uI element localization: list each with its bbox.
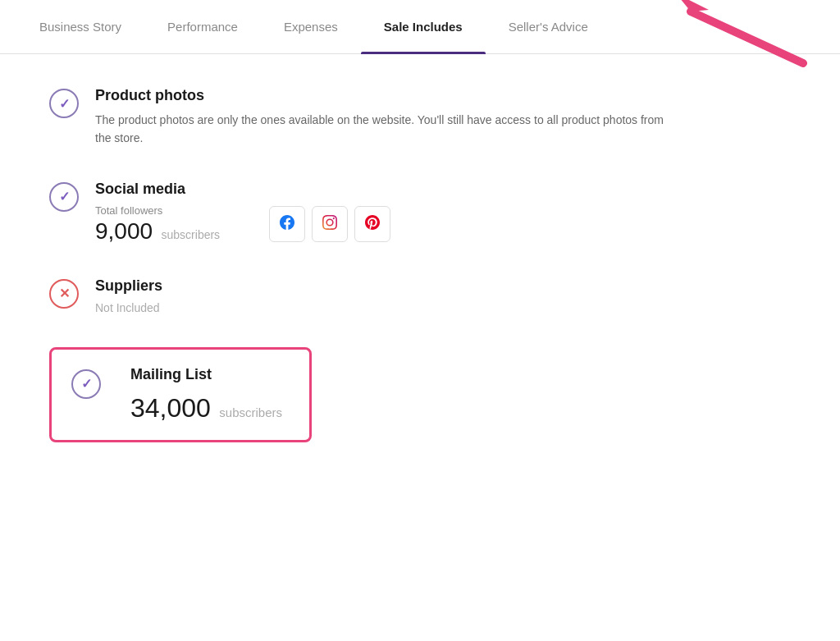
- product-photos-section: ✓ Product photos The product photos are …: [49, 87, 791, 148]
- main-content: ✓ Product photos The product photos are …: [0, 54, 840, 475]
- tab-navigation: Business Story Performance Expenses Sale…: [0, 0, 840, 54]
- mailing-list-count: 34,000: [130, 393, 211, 423]
- instagram-icon: [322, 215, 337, 234]
- suppliers-title: Suppliers: [95, 277, 791, 295]
- facebook-icon: [280, 215, 294, 234]
- mailing-count-row: 34,000 subscribers: [130, 393, 282, 424]
- social-media-title: Social media: [95, 181, 791, 198]
- mailing-list-highlight-box: ✓ Mailing List 34,000 subscribers: [49, 347, 312, 442]
- facebook-icon-box[interactable]: [269, 206, 305, 242]
- tab-performance[interactable]: Performance: [144, 0, 261, 53]
- followers-count-row: 9,000 subscribers: [95, 218, 220, 245]
- pinterest-icon: [365, 215, 380, 234]
- social-media-row: Total followers 9,000 subscribers: [95, 204, 791, 245]
- suppliers-section: ✕ Suppliers Not Included: [49, 277, 791, 314]
- svg-marker-0: [676, 0, 709, 11]
- mailing-list-unit: subscribers: [219, 405, 282, 419]
- mailing-list-check-icon: ✓: [71, 369, 101, 399]
- tab-business-story[interactable]: Business Story: [16, 0, 144, 53]
- mailing-list-title: Mailing List: [130, 366, 282, 383]
- followers-label: Total followers: [95, 204, 220, 217]
- social-media-check-icon: ✓: [49, 182, 79, 212]
- product-photos-body: Product photos The product photos are on…: [95, 87, 791, 148]
- product-photos-title: Product photos: [95, 87, 791, 104]
- tab-expenses[interactable]: Expenses: [261, 0, 361, 53]
- followers-block: Total followers 9,000 subscribers: [95, 204, 220, 245]
- social-media-section: ✓ Social media Total followers 9,000 sub…: [49, 181, 791, 245]
- followers-unit: subscribers: [162, 228, 221, 241]
- social-media-body: Social media Total followers 9,000 subsc…: [95, 181, 791, 245]
- followers-count: 9,000: [95, 218, 153, 244]
- suppliers-not-included: Not Included: [95, 301, 791, 314]
- suppliers-body: Suppliers Not Included: [95, 277, 791, 314]
- mailing-list-body: Mailing List 34,000 subscribers: [130, 366, 282, 424]
- product-photos-check-icon: ✓: [49, 89, 79, 118]
- suppliers-cross-icon: ✕: [49, 279, 79, 309]
- tab-sale-includes[interactable]: Sale Includes: [361, 0, 486, 53]
- pinterest-icon-box[interactable]: [354, 206, 390, 242]
- product-photos-description: The product photos are only the ones ava…: [95, 111, 669, 148]
- instagram-icon-box[interactable]: [312, 206, 348, 242]
- social-icons-group: [269, 206, 390, 242]
- tab-sellers-advice[interactable]: Seller's Advice: [486, 0, 611, 53]
